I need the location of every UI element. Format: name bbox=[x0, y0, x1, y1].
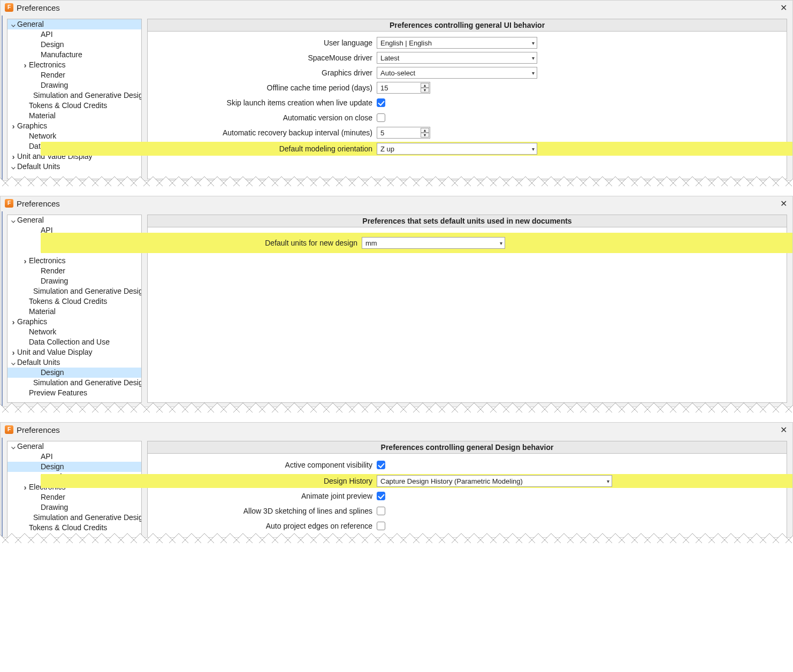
nav-tree[interactable]: ⌵GeneralAPIDesignManufacture›Electronics… bbox=[7, 441, 142, 538]
select-default-units[interactable]: mm ▾ bbox=[362, 237, 505, 249]
tree-item-label: Tokens & Cloud Credits bbox=[29, 101, 107, 111]
chevron-right-icon[interactable]: › bbox=[21, 60, 29, 70]
select-value: mm bbox=[365, 239, 377, 247]
chevron-right-icon[interactable]: › bbox=[21, 482, 29, 492]
chevron-down-icon[interactable]: ⌵ bbox=[10, 441, 17, 452]
tree-item[interactable]: API bbox=[7, 29, 141, 40]
tree-item[interactable]: Tokens & Cloud Credits bbox=[7, 296, 141, 307]
select-user-language[interactable]: English | English ▾ bbox=[377, 37, 537, 49]
checkbox-skip-launch[interactable] bbox=[377, 98, 385, 107]
tree-item[interactable]: Simulation and Generative Design bbox=[7, 90, 141, 101]
checkbox-active-visibility[interactable] bbox=[377, 461, 385, 469]
checkbox-sketch3d[interactable] bbox=[377, 507, 385, 515]
tree-item[interactable]: Material bbox=[7, 307, 141, 317]
tree-item[interactable]: Tokens & Cloud Credits bbox=[7, 523, 141, 533]
spinner-down-icon[interactable]: ▼ bbox=[421, 88, 429, 93]
checkbox-auto-version[interactable] bbox=[377, 113, 385, 122]
tree-item[interactable]: ⌵Default Units bbox=[7, 162, 141, 172]
tree-item[interactable]: ⌵General bbox=[7, 19, 141, 29]
tree-item[interactable]: ›Electronics bbox=[7, 60, 141, 70]
spinner-down-icon[interactable]: ▼ bbox=[421, 133, 429, 138]
label-user-language: User language bbox=[153, 39, 377, 47]
app-icon: F bbox=[5, 199, 13, 208]
close-button[interactable]: ✕ bbox=[779, 198, 788, 208]
checkbox-auto-project[interactable] bbox=[377, 522, 385, 530]
tree-item-label: General bbox=[17, 441, 44, 452]
tree-item-label: Unit and Value Display bbox=[17, 347, 93, 357]
chevron-down-icon[interactable]: ⌵ bbox=[10, 162, 17, 172]
tree-item[interactable]: Preview Features bbox=[7, 388, 141, 398]
tree-item[interactable]: ›Electronics bbox=[7, 256, 141, 266]
label-sketch3d: Allow 3D sketching of lines and splines bbox=[153, 507, 377, 515]
tree-item[interactable]: Design bbox=[7, 368, 141, 378]
tree-item-label: General bbox=[17, 215, 44, 225]
tree-item[interactable]: Render bbox=[7, 492, 141, 502]
tree-item[interactable]: Material bbox=[7, 111, 141, 121]
chevron-right-icon[interactable]: › bbox=[10, 317, 17, 327]
tree-item[interactable]: Network bbox=[7, 131, 141, 141]
tree-item[interactable]: Render bbox=[7, 266, 141, 276]
label-offline-cache: Offline cache time period (days) bbox=[153, 83, 377, 92]
tree-item[interactable]: Data Collection and Use bbox=[7, 337, 141, 347]
tree-item[interactable]: Drawing bbox=[7, 276, 141, 286]
label-recovery: Automatic recovery backup interval (minu… bbox=[153, 128, 377, 137]
tree-item[interactable]: API bbox=[7, 452, 141, 462]
tree-item[interactable]: Design bbox=[7, 462, 141, 472]
spinner-offline-cache[interactable]: 15 ▲▼ bbox=[377, 82, 430, 94]
chevron-right-icon[interactable]: › bbox=[10, 347, 17, 357]
chevron-down-icon: ▾ bbox=[532, 40, 535, 46]
tree-item[interactable]: ⌵Default Units bbox=[7, 357, 141, 368]
tree-item[interactable]: ›Graphics bbox=[7, 121, 141, 131]
tree-item-label: Network bbox=[29, 327, 56, 337]
tree-item[interactable]: Simulation and Generative Design bbox=[7, 378, 141, 388]
checkbox-animate-joint[interactable] bbox=[377, 492, 385, 500]
label-active-visibility: Active component visibility bbox=[153, 461, 377, 469]
tree-item[interactable]: Network bbox=[7, 327, 141, 337]
close-button[interactable]: ✕ bbox=[779, 3, 788, 12]
tree-item[interactable]: Render bbox=[7, 70, 141, 80]
tree-item-label: Electronics bbox=[29, 256, 65, 266]
chevron-right-icon[interactable]: › bbox=[21, 256, 29, 266]
spinner-up-icon[interactable]: ▲ bbox=[421, 128, 429, 133]
select-design-history[interactable]: Capture Design History (Parametric Model… bbox=[377, 475, 612, 487]
close-button[interactable]: ✕ bbox=[779, 425, 788, 434]
chevron-down-icon: ▾ bbox=[532, 55, 535, 61]
chevron-down-icon[interactable]: ⌵ bbox=[10, 215, 17, 225]
chevron-down-icon[interactable]: ⌵ bbox=[10, 357, 17, 368]
chevron-down-icon[interactable]: ⌵ bbox=[10, 19, 17, 29]
select-spacemouse[interactable]: Latest ▾ bbox=[377, 52, 537, 64]
tree-item[interactable]: Drawing bbox=[7, 502, 141, 513]
tree-item-label: Render bbox=[41, 70, 65, 80]
chevron-down-icon: ▾ bbox=[500, 240, 502, 246]
tree-item[interactable]: ›Unit and Value Display bbox=[7, 347, 141, 357]
tree-item-label: Data Collection and Use bbox=[29, 337, 110, 347]
select-graphics[interactable]: Auto-select ▾ bbox=[377, 67, 537, 79]
label-skip-launch: Skip launch items creation when live upd… bbox=[153, 98, 377, 107]
tree-item[interactable]: Tokens & Cloud Credits bbox=[7, 101, 141, 111]
chevron-right-icon[interactable]: › bbox=[10, 151, 17, 162]
titlebar: F Preferences ✕ bbox=[1, 196, 792, 210]
tree-item[interactable]: Simulation and Generative Design bbox=[7, 513, 141, 523]
select-orientation[interactable]: Z up ▾ bbox=[377, 143, 537, 155]
spinner-recovery[interactable]: 5 ▲▼ bbox=[377, 127, 430, 139]
tree-item-label: Electronics bbox=[29, 60, 65, 70]
label-auto-version: Automatic version on close bbox=[153, 113, 377, 122]
chevron-down-icon: ▾ bbox=[607, 478, 609, 484]
tree-item[interactable]: ›Graphics bbox=[7, 317, 141, 327]
tree-item[interactable]: Design bbox=[7, 40, 141, 50]
tree-item[interactable]: Drawing bbox=[7, 80, 141, 90]
tree-item[interactable]: Manufacture bbox=[7, 50, 141, 60]
tree-item[interactable]: ⌵General bbox=[7, 441, 141, 452]
tree-item-label: Drawing bbox=[41, 276, 68, 286]
titlebar: F Preferences ✕ bbox=[1, 1, 792, 14]
tree-item-label: API bbox=[41, 452, 53, 462]
tree-item-label: Network bbox=[29, 131, 56, 141]
select-value: Z up bbox=[380, 145, 394, 153]
tree-item-label: Preview Features bbox=[29, 388, 87, 398]
tree-item-label: Material bbox=[29, 307, 56, 317]
tree-item[interactable]: ⌵General bbox=[7, 215, 141, 225]
chevron-right-icon[interactable]: › bbox=[10, 121, 17, 131]
spinner-up-icon[interactable]: ▲ bbox=[421, 83, 429, 88]
tree-item[interactable]: Simulation and Generative Design bbox=[7, 286, 141, 296]
tree-item-label: Manufacture bbox=[41, 50, 82, 60]
